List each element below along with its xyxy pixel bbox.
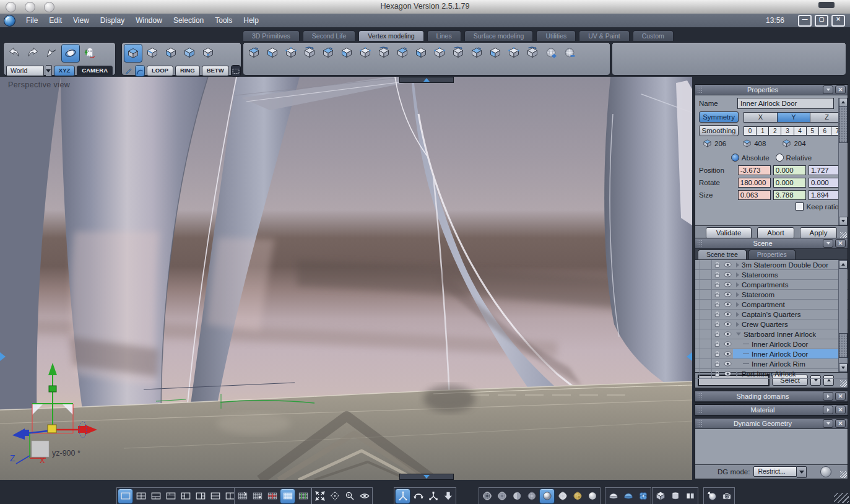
- bend-tool-icon[interactable]: [357, 44, 374, 61]
- eye-icon[interactable]: [722, 321, 733, 328]
- menu-item-help[interactable]: Help: [238, 16, 264, 25]
- show-book-icon[interactable]: [683, 489, 697, 503]
- layout-split-left-icon[interactable]: [178, 489, 193, 503]
- pick-brush-icon[interactable]: [124, 66, 133, 76]
- lock-icon[interactable]: [712, 281, 722, 288]
- relative-radio[interactable]: Relative: [776, 154, 812, 162]
- smoothing-level-1[interactable]: 1: [757, 126, 769, 136]
- shaded-wire-sphere-icon[interactable]: [524, 489, 539, 503]
- eye-icon[interactable]: [722, 350, 733, 357]
- expand-right-icon[interactable]: [736, 272, 739, 277]
- collapse-panel-button[interactable]: [823, 419, 833, 428]
- ghost-mode-icon[interactable]: [81, 44, 98, 61]
- extrude-face-tool-icon[interactable]: [264, 44, 281, 61]
- tab-lines[interactable]: Lines: [427, 30, 461, 41]
- drop-gizmo-icon[interactable]: [441, 489, 455, 503]
- scrollbar-thumb[interactable]: [839, 106, 848, 143]
- scene-tree-row[interactable]: Inner Airlock Rim: [695, 359, 848, 369]
- properties-panel-header[interactable]: Properties ✕: [695, 85, 848, 95]
- scene-tab-properties[interactable]: Properties: [748, 250, 796, 259]
- panel-resize-grip[interactable]: [840, 471, 847, 478]
- lock-icon[interactable]: [712, 311, 722, 318]
- scene-tree-row[interactable]: Stateroom: [695, 290, 848, 300]
- expand-right-icon[interactable]: [736, 282, 739, 287]
- expand-panel-button[interactable]: [823, 406, 833, 414]
- lock-icon[interactable]: [712, 331, 722, 337]
- eye-icon[interactable]: [722, 301, 733, 308]
- scene-tree-row[interactable]: 3m Stateroom Double Door: [695, 260, 848, 270]
- betw-button[interactable]: BETW: [202, 66, 229, 76]
- rotate-z-field[interactable]: 0.000: [809, 178, 841, 188]
- layout-split-bottom-icon[interactable]: [149, 489, 163, 503]
- deform-arrow-tool-icon[interactable]: [375, 44, 392, 61]
- pan-view-icon[interactable]: [327, 489, 342, 503]
- close-panel-button[interactable]: ✕: [835, 85, 846, 94]
- hemisphere-light-icon[interactable]: [606, 489, 620, 503]
- tab-custom[interactable]: Custom: [633, 30, 674, 41]
- menu-item-selection[interactable]: Selection: [168, 16, 209, 25]
- apply-button[interactable]: Apply: [800, 227, 837, 239]
- collapse-panel-button[interactable]: [823, 85, 833, 94]
- bottom-panel-handle[interactable]: [399, 474, 454, 480]
- eye-icon[interactable]: [722, 331, 733, 337]
- menu-item-view[interactable]: View: [67, 16, 95, 25]
- close-panel-button[interactable]: ✕: [835, 406, 846, 414]
- camera-button[interactable]: CAMERA: [77, 66, 113, 76]
- smoothing-level-0[interactable]: 0: [744, 126, 757, 136]
- area-brush-icon[interactable]: [135, 65, 145, 77]
- tab-utilities[interactable]: Utilities: [536, 30, 576, 41]
- lock-icon[interactable]: [712, 321, 722, 328]
- close-panel-button[interactable]: ✕: [835, 239, 846, 248]
- lock-icon[interactable]: [712, 350, 722, 357]
- grid-yz-icon[interactable]: [296, 489, 310, 503]
- rect-marquee-icon[interactable]: [231, 65, 241, 77]
- expand-right-icon[interactable]: [736, 312, 739, 317]
- scene-tree-row[interactable]: Starboard Inner Airlock: [695, 329, 848, 339]
- expand-down-icon[interactable]: [736, 332, 741, 336]
- perspective-viewport[interactable]: Z X Perspective view yz-900 *: [0, 77, 692, 480]
- right-panel-handle[interactable]: [687, 352, 692, 361]
- smooth-wire-sphere-icon[interactable]: [555, 489, 570, 503]
- smoothing-level-4[interactable]: 4: [794, 126, 807, 136]
- flip-rotate-tool-icon[interactable]: [505, 44, 523, 61]
- lock-icon[interactable]: [712, 360, 722, 367]
- left-panel-handle[interactable]: [0, 352, 6, 361]
- drag-grip-icon[interactable]: [697, 406, 703, 414]
- material-header[interactable]: Material ✕: [695, 405, 848, 415]
- window-resize-grip[interactable]: [834, 493, 849, 503]
- symmetry-cut-tool-icon[interactable]: [449, 44, 467, 61]
- tab-uv-paint[interactable]: UV & Paint: [579, 30, 629, 41]
- menu-item-tools[interactable]: Tools: [209, 16, 238, 25]
- layout-rows-icon[interactable]: [208, 489, 222, 503]
- multi-light-icon[interactable]: [636, 489, 650, 503]
- absolute-radio[interactable]: Absolute: [731, 154, 770, 162]
- world-dropdown-arrow-icon[interactable]: [46, 65, 52, 77]
- name-field[interactable]: [737, 98, 834, 109]
- dg-preview-sphere-icon[interactable]: [820, 466, 831, 477]
- tessellate-tool-icon[interactable]: [245, 44, 262, 61]
- size-y-field[interactable]: 3.788: [773, 190, 806, 200]
- eye-icon[interactable]: [722, 311, 733, 318]
- select-arrow-icon[interactable]: [43, 44, 60, 61]
- grid-free-icon[interactable]: [235, 489, 249, 503]
- lock-icon[interactable]: [712, 261, 722, 268]
- scroll-down-icon[interactable]: [839, 363, 848, 372]
- drag-grip-icon[interactable]: [697, 240, 703, 247]
- scene-tree-row[interactable]: Inner Airlock Door: [695, 339, 848, 349]
- select-circle-icon[interactable]: [61, 44, 80, 63]
- smoothing-level-6[interactable]: 6: [819, 126, 831, 136]
- fit-view-icon[interactable]: [313, 489, 327, 503]
- stretch-tool-icon[interactable]: [338, 44, 355, 61]
- xyz-button[interactable]: XYZ: [54, 66, 75, 76]
- expand-right-icon[interactable]: [736, 292, 739, 297]
- abort-button[interactable]: Abort: [757, 227, 794, 239]
- lock-icon[interactable]: [712, 271, 722, 278]
- flat-shaded-sphere-icon[interactable]: [510, 489, 524, 503]
- lock-icon[interactable]: [712, 341, 722, 347]
- menu-item-file[interactable]: File: [20, 16, 43, 25]
- select-faces-cube-icon[interactable]: [162, 44, 180, 61]
- select-edges-cube-icon[interactable]: [144, 44, 161, 61]
- sweep-tool-icon[interactable]: [319, 44, 337, 61]
- scene-tree-row[interactable]: Compartment: [695, 300, 848, 310]
- ring-button[interactable]: RING: [175, 66, 200, 76]
